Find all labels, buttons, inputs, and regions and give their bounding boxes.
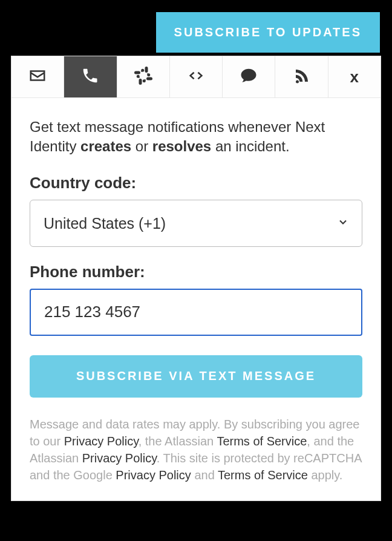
phone-icon — [81, 67, 99, 87]
intro-resolves: resolves — [152, 138, 211, 154]
subscribe-tabs: x — [11, 56, 381, 98]
google-terms-link[interactable]: Terms of Service — [218, 468, 308, 482]
tab-webhook[interactable] — [170, 56, 223, 97]
footer-text-5: and — [191, 468, 218, 482]
rss-icon — [293, 67, 311, 87]
chat-icon — [240, 67, 258, 87]
footer-disclaimer: Message and data rates may apply. By sub… — [30, 416, 362, 484]
slack-icon — [134, 67, 152, 87]
footer-text-6: apply. — [308, 468, 342, 482]
subscribe-text-button[interactable]: SUBSCRIBE VIA TEXT MESSAGE — [30, 355, 362, 398]
subscribe-panel: x Get text message notifications wheneve… — [11, 56, 381, 501]
privacy-policy-link[interactable]: Privacy Policy — [64, 434, 139, 448]
tab-email[interactable] — [11, 56, 64, 97]
country-code-select[interactable]: United States (+1) — [30, 200, 362, 247]
phone-number-input[interactable] — [30, 289, 362, 336]
tab-phone[interactable] — [64, 56, 117, 97]
subscribe-updates-button[interactable]: SUBSCRIBE TO UPDATES — [156, 12, 380, 53]
intro-text: Get text message notifications whenever … — [30, 117, 362, 157]
footer-text-2: , the Atlassian — [139, 434, 217, 448]
tab-rss[interactable] — [275, 56, 328, 97]
google-privacy-link[interactable]: Privacy Policy — [116, 468, 191, 482]
intro-suffix: an incident. — [211, 138, 289, 154]
intro-creates: creates — [80, 138, 131, 154]
close-icon: x — [350, 68, 359, 87]
tab-slack[interactable] — [117, 56, 170, 97]
terms-of-service-link[interactable]: Terms of Service — [217, 434, 307, 448]
country-code-label: Country code: — [30, 174, 362, 192]
atlassian-privacy-link[interactable]: Privacy Policy — [82, 451, 157, 465]
email-icon — [28, 67, 47, 87]
tab-close[interactable]: x — [328, 56, 381, 97]
panel-content: Get text message notifications whenever … — [11, 98, 381, 500]
country-select-wrap: United States (+1) — [30, 200, 362, 247]
code-icon — [187, 67, 205, 87]
phone-number-label: Phone number: — [30, 263, 362, 281]
intro-mid: or — [131, 138, 152, 154]
tab-support[interactable] — [223, 56, 275, 97]
